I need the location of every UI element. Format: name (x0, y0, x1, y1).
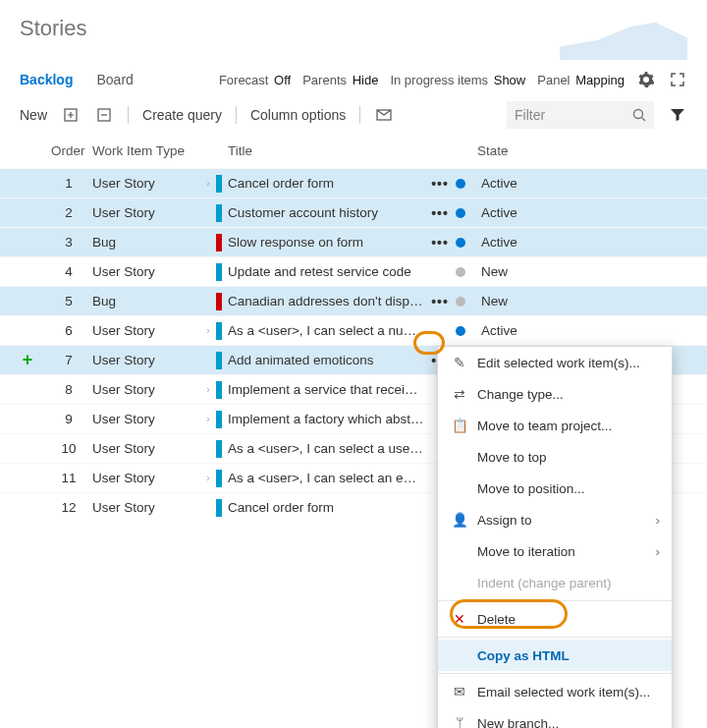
expand-icon[interactable]: › (200, 384, 216, 395)
remove-icon[interactable] (94, 105, 114, 125)
menu-new-branch[interactable]: ᛘNew branch... (438, 707, 672, 728)
wit-cell: User Story (92, 264, 200, 279)
menu-copy-html[interactable]: Copy as HTML (438, 640, 672, 671)
column-options-button[interactable]: Column options (250, 107, 346, 123)
menu-move-project[interactable]: 📋Move to team project... (438, 410, 672, 441)
menu-email[interactable]: ✉Email selected work item(s)... (438, 676, 672, 707)
table-row[interactable]: 2User StoryCustomer account history•••Ac… (0, 197, 707, 227)
separator (359, 106, 360, 124)
branch-icon: ᛘ (452, 716, 467, 729)
gear-icon[interactable] (636, 70, 656, 89)
order-cell: 5 (51, 294, 92, 308)
type-color-bar (216, 499, 222, 517)
page-title: Stories (20, 16, 86, 41)
separator (438, 600, 672, 601)
table-row[interactable]: 3BugSlow response on form•••Active (0, 227, 707, 256)
tab-board[interactable]: Board (96, 72, 133, 87)
title-cell[interactable]: Cancel order form (228, 500, 424, 515)
title-cell[interactable]: Slow response on form (228, 235, 424, 250)
table-row[interactable]: 5BugCanadian addresses don't display•••N… (0, 286, 707, 315)
row-actions-icon[interactable]: ••• (424, 235, 456, 251)
panel-option[interactable]: Panel Mapping (537, 73, 625, 87)
type-color-bar (216, 175, 222, 193)
state-cell: Active (477, 323, 605, 338)
title-cell[interactable]: As a <user>, I can select a user frra... (228, 441, 424, 456)
table-row[interactable]: 4User StoryUpdate and retest service cod… (0, 256, 707, 286)
type-color-bar (216, 234, 222, 252)
state-dot (456, 235, 477, 250)
order-cell: 2 (51, 205, 92, 220)
title-cell[interactable]: Customer account history (228, 205, 424, 220)
wit-cell: Bug (92, 235, 200, 250)
title-cell[interactable]: Cancel order form (228, 176, 424, 191)
wit-cell: User Story (92, 323, 200, 338)
wit-cell: User Story (92, 500, 200, 515)
email-icon[interactable] (374, 105, 394, 125)
menu-edit[interactable]: ✎Edit selected work item(s)... (438, 347, 672, 378)
forecast-option[interactable]: Forecast Off (219, 73, 291, 87)
expand-icon[interactable]: › (200, 178, 216, 189)
title-cell[interactable]: Update and retest service code (228, 264, 424, 279)
row-actions-icon[interactable]: ••• (424, 294, 456, 309)
fullscreen-icon[interactable] (668, 70, 687, 89)
new-button[interactable]: New (20, 107, 47, 123)
title-cell[interactable]: Add animated emoticons (228, 353, 424, 367)
type-color-bar (216, 352, 222, 369)
context-menu: ✎Edit selected work item(s)... ⇄Change t… (437, 346, 673, 728)
title-cell[interactable]: Implement a service that receives al... (228, 382, 424, 397)
separator (438, 673, 672, 674)
filter-funnel-icon[interactable] (668, 105, 687, 125)
col-title[interactable]: Title (228, 143, 424, 158)
menu-delete[interactable]: ✕Delete (438, 603, 672, 635)
type-color-bar (216, 293, 222, 310)
order-cell: 9 (51, 412, 92, 426)
menu-assign[interactable]: 👤Assign to› (438, 504, 672, 535)
order-cell: 10 (51, 441, 92, 456)
row-actions-icon[interactable]: ••• (424, 176, 456, 192)
type-color-bar (216, 381, 222, 399)
menu-move-top[interactable]: Move to top (438, 441, 672, 473)
expand-icon[interactable]: › (200, 325, 216, 336)
wit-cell: User Story (92, 382, 200, 397)
title-cell[interactable]: As a <user>, I can select a number o... (228, 323, 424, 338)
table-row[interactable]: 1User Story›Cancel order form•••Active (0, 168, 707, 197)
state-dot (456, 205, 477, 220)
menu-change-type[interactable]: ⇄Change type... (438, 378, 672, 410)
inprogress-option[interactable]: In progress items Show (390, 73, 525, 87)
state-cell: Active (477, 176, 605, 191)
person-icon: 👤 (452, 512, 467, 528)
col-state[interactable]: State (477, 143, 605, 158)
menu-move-position[interactable]: Move to position... (438, 473, 672, 504)
type-color-bar (216, 411, 222, 428)
state-cell: Active (477, 205, 605, 220)
order-cell: 12 (51, 500, 92, 515)
table-row[interactable]: 6User Story›As a <user>, I can select a … (0, 315, 707, 345)
wit-cell: Bug (92, 294, 200, 308)
col-order[interactable]: Order (51, 143, 92, 158)
row-actions-icon[interactable]: ••• (424, 205, 456, 221)
state-dot (456, 176, 477, 191)
menu-move-iteration[interactable]: Move to iteration› (438, 535, 672, 567)
filter-input[interactable]: Filter (507, 101, 654, 129)
col-wit[interactable]: Work Item Type (92, 143, 200, 158)
expand-icon[interactable]: › (200, 414, 216, 424)
create-query-button[interactable]: Create query (142, 107, 222, 123)
title-cell[interactable]: Implement a factory which abstracts ... (228, 412, 424, 426)
order-cell: 3 (51, 235, 92, 250)
type-color-bar (216, 322, 222, 340)
title-cell[interactable]: Canadian addresses don't display (228, 294, 424, 308)
state-dot (456, 323, 477, 338)
parents-option[interactable]: Parents Hide (302, 73, 378, 87)
add-icon[interactable] (61, 105, 81, 125)
add-child-icon[interactable]: + (4, 350, 51, 370)
title-cell[interactable]: As a <user>, I can select an emoticon (228, 471, 424, 485)
chevron-right-icon: › (656, 513, 661, 528)
expand-icon[interactable]: › (200, 473, 216, 483)
wit-cell: User Story (92, 176, 200, 191)
tab-backlog[interactable]: Backlog (20, 72, 73, 87)
swap-icon: ⇄ (452, 386, 467, 402)
state-dot (456, 294, 477, 308)
wit-cell: User Story (92, 471, 200, 485)
email-icon: ✉ (452, 684, 467, 700)
velocity-chart[interactable] (560, 16, 687, 60)
